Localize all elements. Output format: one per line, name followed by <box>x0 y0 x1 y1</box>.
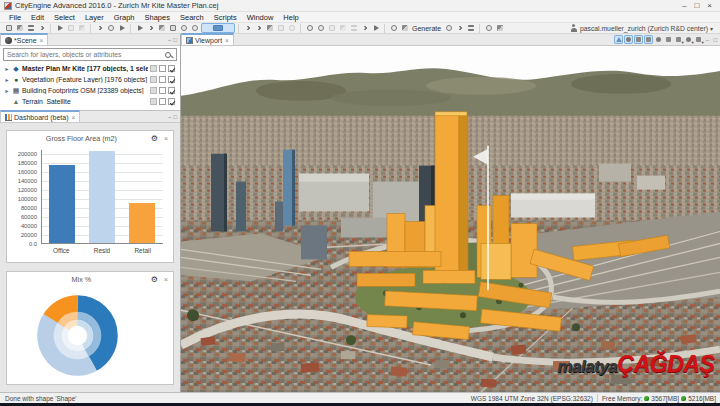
layer-visible-checkbox[interactable] <box>168 65 175 72</box>
layer-lock-checkbox[interactable] <box>150 76 157 83</box>
gfa-settings-gear-icon[interactable]: ⚙ <box>151 135 158 143</box>
layer-lock-checkbox[interactable] <box>150 87 157 94</box>
viewport-maximize-icon[interactable]: □ <box>713 37 717 43</box>
undo-icon[interactable] <box>55 23 65 33</box>
active-edit-tool-button[interactable] <box>201 23 235 33</box>
menu-item[interactable]: File <box>4 13 26 22</box>
scene-tab-close-icon[interactable]: × <box>40 37 44 44</box>
subdivide-icon[interactable] <box>276 23 286 33</box>
shaded-mode-icon[interactable] <box>644 35 653 44</box>
export-icon[interactable] <box>371 23 381 33</box>
layer-lock-checkbox[interactable] <box>150 65 157 72</box>
menu-item[interactable]: Select <box>49 13 80 22</box>
user-dropdown-icon[interactable]: ▾ <box>710 25 713 32</box>
zoom-out-icon[interactable] <box>190 23 200 33</box>
lighting-icon[interactable] <box>654 35 663 44</box>
menu-item[interactable]: Shapes <box>140 13 175 22</box>
viewport-3d-scene[interactable]: malatyaÇAĞDAŞ <box>181 46 720 392</box>
signed-in-user[interactable]: pascal.mueller_zurich (Zurich R&D center… <box>580 25 708 32</box>
camera-icon[interactable]: ▾ <box>674 35 683 44</box>
zoom-in-icon[interactable] <box>179 23 189 33</box>
layer-select-checkbox[interactable] <box>159 98 166 105</box>
expand-icon[interactable]: ▸ <box>4 87 10 94</box>
update-seed-icon[interactable] <box>455 23 465 33</box>
tab-dashboard[interactable]: Dashboard (beta) × <box>0 110 80 122</box>
lasso-select-icon[interactable] <box>168 23 178 33</box>
random-seed-icon[interactable] <box>466 23 476 33</box>
globe-view-icon[interactable] <box>624 35 633 44</box>
layer-row-vegetation[interactable]: ▸ ● Vegetation (Feature Layer) [1976 obj… <box>3 74 177 85</box>
graph-create-icon[interactable] <box>243 23 253 33</box>
menu-item[interactable]: Window <box>242 13 279 22</box>
gfa-close-icon[interactable]: × <box>164 135 168 142</box>
layer-search-box[interactable] <box>3 48 177 61</box>
menu-item[interactable]: Edit <box>26 13 49 22</box>
menu-item[interactable]: Graph <box>109 13 140 22</box>
print-icon[interactable] <box>77 23 87 33</box>
align-terrain-icon[interactable] <box>287 23 297 33</box>
bookmark-icon[interactable]: ▾ <box>694 35 703 44</box>
layer-select-checkbox[interactable] <box>159 65 166 72</box>
watermark-text-right: ÇAĞDAŞ <box>617 351 714 377</box>
layers-icon[interactable] <box>349 23 359 33</box>
light-settings-icon[interactable] <box>484 23 494 33</box>
minimize-button[interactable]: – <box>682 1 686 11</box>
stop-icon[interactable] <box>327 23 337 33</box>
layer-search-input[interactable] <box>7 51 165 58</box>
view-settings-gear-icon[interactable]: ▾ <box>684 35 693 44</box>
expand-icon[interactable]: ▸ <box>4 76 10 83</box>
layer-lock-checkbox[interactable] <box>150 98 157 105</box>
scene-panel-maximize-icon[interactable]: □ <box>173 37 177 43</box>
generate-all-icon[interactable] <box>400 23 410 33</box>
save-icon[interactable] <box>26 23 36 33</box>
tab-viewport[interactable]: Viewport × <box>181 33 234 45</box>
first-person-view-icon[interactable] <box>634 35 643 44</box>
redo-icon[interactable] <box>66 23 76 33</box>
layer-select-checkbox[interactable] <box>159 76 166 83</box>
dashboard-panel-maximize-icon[interactable]: □ <box>173 114 177 120</box>
select-same-icon[interactable] <box>146 23 156 33</box>
layer-row-terrain[interactable]: ▲ Terrain_Satellite <box>3 96 177 107</box>
mix-close-icon[interactable]: × <box>164 276 168 283</box>
graph-edit-icon[interactable] <box>254 23 264 33</box>
layer-visible-checkbox[interactable] <box>168 98 175 105</box>
rotate-tool-icon[interactable] <box>106 23 116 33</box>
viewport-minimize-icon[interactable]: – <box>706 37 709 43</box>
delete-models-icon[interactable] <box>444 23 454 33</box>
close-button[interactable]: × <box>707 1 712 11</box>
layer-row-building-footprints[interactable]: ▸ ▦ Building Footprints OSM [23389 objec… <box>3 85 177 96</box>
scale-tool-icon[interactable] <box>117 23 127 33</box>
menu-item[interactable]: Layer <box>80 13 109 22</box>
menu-item[interactable]: Scripts <box>209 13 242 22</box>
open-icon[interactable] <box>15 23 25 33</box>
offset-icon[interactable] <box>360 23 370 33</box>
layer-visible-checkbox[interactable] <box>168 76 175 83</box>
assign-rule-icon[interactable] <box>305 23 315 33</box>
mix-settings-gear-icon[interactable]: ⚙ <box>151 276 158 284</box>
frame-view-icon[interactable] <box>664 35 673 44</box>
expand-icon[interactable]: ▸ <box>4 65 10 72</box>
save-all-icon[interactable] <box>37 23 47 33</box>
cleanup-graph-icon[interactable] <box>265 23 275 33</box>
dashboard-tab-close-icon[interactable]: × <box>71 114 75 121</box>
generate-button[interactable]: Generate <box>412 25 441 32</box>
layer-visible-checkbox[interactable] <box>168 87 175 94</box>
layer-row-master-plan[interactable]: ▸ ◆ Master Plan Mr Kite [177 objects, 1 … <box>3 63 177 74</box>
layer-select-checkbox[interactable] <box>159 87 166 94</box>
deselect-icon[interactable] <box>157 23 167 33</box>
texture-icon[interactable] <box>338 23 348 33</box>
maximize-button[interactable]: □ <box>694 1 699 11</box>
viewport-tab-close-icon[interactable]: × <box>225 37 229 44</box>
isolate-selection-icon[interactable] <box>614 35 623 44</box>
generate-model-icon[interactable] <box>389 23 399 33</box>
menu-item[interactable]: Search <box>175 13 209 22</box>
dashboard-panel-minimize-icon[interactable]: – <box>168 114 171 120</box>
panorama-icon[interactable] <box>495 23 505 33</box>
tab-scene[interactable]: *Scene × <box>0 33 48 45</box>
scene-panel-minimize-icon[interactable]: – <box>168 37 171 43</box>
inspect-icon[interactable] <box>316 23 326 33</box>
new-scene-icon[interactable] <box>4 23 14 33</box>
menu-item[interactable]: Help <box>278 13 303 22</box>
select-tool-icon[interactable] <box>135 23 145 33</box>
move-tool-icon[interactable] <box>95 23 105 33</box>
